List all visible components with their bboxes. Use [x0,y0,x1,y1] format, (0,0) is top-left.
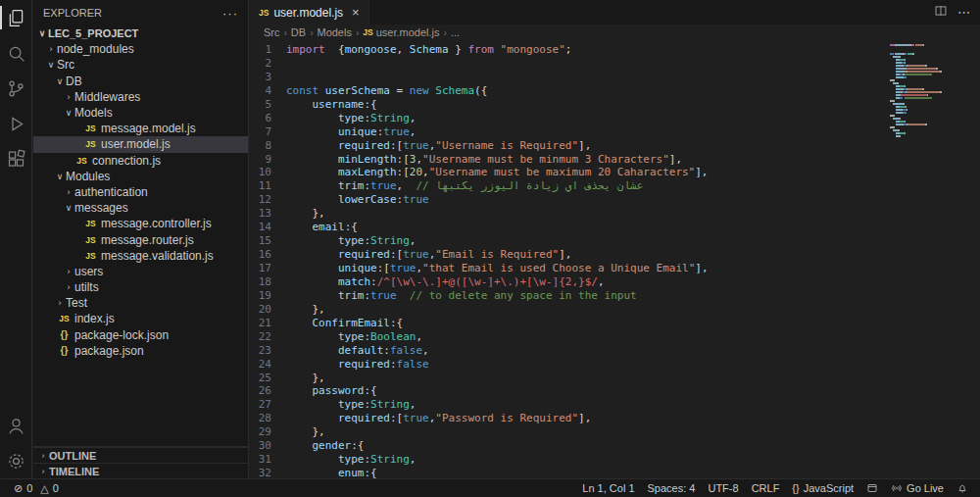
tree-item-utilts[interactable]: ›utilts [33,279,248,295]
tree-item-test[interactable]: ›Test [33,295,248,311]
tree-item-label: users [74,265,103,278]
search-icon[interactable] [0,35,32,71]
browser-icon [866,482,878,494]
browser-preview[interactable] [866,482,878,494]
errors-count[interactable]: ⊘0 [14,482,32,495]
breadcrumb-item[interactable]: Src [264,26,280,38]
status-right: Ln 1, Col 1Spaces: 4UTF-8CRLF{}JavaScrip… [582,482,968,494]
tree-item-authentication[interactable]: ›authentication [33,184,248,200]
timeline-section[interactable]: › TIMELINE [33,463,248,478]
code-line: 31 type:String, [250,453,980,467]
tree-item-users[interactable]: ›users [33,264,248,279]
line-number: 1 [250,43,286,57]
breadcrumb-item[interactable]: ... [451,26,460,38]
tree-item-label: utilts [74,280,99,294]
line-number: 2 [250,57,286,71]
tree-item-connection-js[interactable]: JSconnection.js [33,153,248,169]
chevron-right-icon: › [63,92,74,102]
tree-item-label: message.model.js [101,122,196,135]
code-line: 12 lowerCase:true [250,193,980,207]
line-number: 21 [250,317,286,330]
code-text: match:/^[\w\-\.]+@([\w-]+\.)+[\w-]{2,}$/… [286,275,605,289]
more-actions-icon[interactable]: ⋯ [957,5,970,20]
tree-item-package-json[interactable]: {}package.json [33,343,248,359]
chevron-down-icon: ∨ [54,76,66,86]
indentation[interactable]: Spaces: 4 [648,482,696,494]
encoding[interactable]: UTF-8 [708,482,738,494]
activity-bar [0,0,32,478]
close-icon[interactable]: × [352,5,360,20]
source-control-icon[interactable] [0,71,32,106]
breadcrumb-item[interactable]: JSuser.model.js [363,26,439,38]
split-editor-icon[interactable] [934,4,948,22]
notifications[interactable] [956,482,968,494]
tree-item-node-modules[interactable]: ›node_modules [33,41,248,57]
breadcrumb-item[interactable]: DB [291,26,306,38]
file-tree: ∨LEC_5_PROJECT›node_modules∨Src∨DB›Middl… [33,25,248,446]
code-lines: 1import {mongoose, Schema } from "mongoo… [250,40,980,478]
code-line: 7 unique:true, [250,125,980,139]
line-number: 19 [250,289,286,303]
tree-item-user-model-js[interactable]: JSuser.model.js [33,136,248,152]
tree-item-label: index.js [74,312,115,325]
tab-user-model-js[interactable]: JS user.model.js × [250,0,369,25]
outline-section[interactable]: › OUTLINE [33,447,248,463]
js-file-icon: JS [83,235,98,245]
problems-indicator[interactable]: ⊘0△0 [14,482,59,495]
tree-item-index-js[interactable]: JSindex.js [33,311,248,326]
line-number: 31 [250,453,286,467]
tree-item-models[interactable]: ∨Models [33,105,248,121]
chevron-right-icon: › [356,27,359,38]
breadcrumb-item[interactable]: Models [317,26,351,38]
tree-item-message-model-js[interactable]: JSmessage.model.js [33,121,248,136]
chevron-right-icon: › [284,27,287,38]
tree-item-package-lock-json[interactable]: {}package-lock.json [33,327,248,343]
code-text: required:false [286,358,429,372]
code-text: type:String, [286,453,416,467]
cursor-position[interactable]: Ln 1, Col 1 [582,482,634,494]
code-line: 23 default:false, [250,344,980,358]
minimap[interactable] [886,42,976,140]
chevron-down-icon: ∨ [63,108,74,118]
tree-item-modules[interactable]: ∨Modules [33,169,248,184]
code-text: minLength:[3,"Username must be minmum 3 … [286,153,682,167]
tree-item-message-router-js[interactable]: JSmessage.router.js [33,231,248,247]
chevron-right-icon: › [63,282,74,292]
more-actions-icon[interactable]: ··· [222,6,238,21]
tree-item-lec-5-project[interactable]: ∨LEC_5_PROJECT [33,25,248,41]
line-number: 4 [250,84,286,98]
code-line: 22 type:Boolean, [250,330,980,344]
tree-item-label: node_modules [57,42,134,56]
settings-icon[interactable] [0,443,32,478]
line-number: 18 [250,275,286,289]
tree-item-message-validation-js[interactable]: JSmessage.validation.js [33,248,248,264]
line-number: 25 [250,372,286,385]
sidebar-title: EXPLORER [43,7,102,19]
code-text: import {mongoose, Schema } from "mongoos… [286,43,571,57]
error-icon: ⊘ [14,482,23,495]
tree-item-message-controller-js[interactable]: JSmessage.controller.js [33,216,248,231]
bell-icon [956,482,968,494]
js-file-icon: JS [74,156,89,166]
tree-item-label: DB [66,75,82,88]
go-live[interactable]: Go Live [891,482,944,494]
eol[interactable]: CRLF [752,482,780,494]
tree-item-label: message.router.js [101,233,194,247]
tree-item-middlewares[interactable]: ›Middlewares [33,89,248,105]
tab-bar: JS user.model.js × ⋯ [250,0,980,25]
extensions-icon[interactable] [0,141,32,176]
run-debug-icon[interactable] [0,106,32,141]
language-mode[interactable]: {}JavaScript [792,482,854,494]
code-editor[interactable]: 1import {mongoose, Schema } from "mongoo… [250,40,980,478]
code-line: 5 username:{ [250,98,980,112]
warnings-count[interactable]: △0 [40,482,59,495]
code-text: unique:[true,"that Email is used Choose … [286,262,709,275]
line-number: 22 [250,330,286,344]
line-number: 20 [250,303,286,317]
tree-item-db[interactable]: ∨DB [33,74,248,89]
tree-item-label: user.model.js [101,137,171,151]
explorer-icon[interactable] [0,0,32,35]
tree-item-messages[interactable]: ∨messages [33,200,248,216]
tree-item-src[interactable]: ∨Src [33,57,248,73]
account-icon[interactable] [0,408,32,443]
